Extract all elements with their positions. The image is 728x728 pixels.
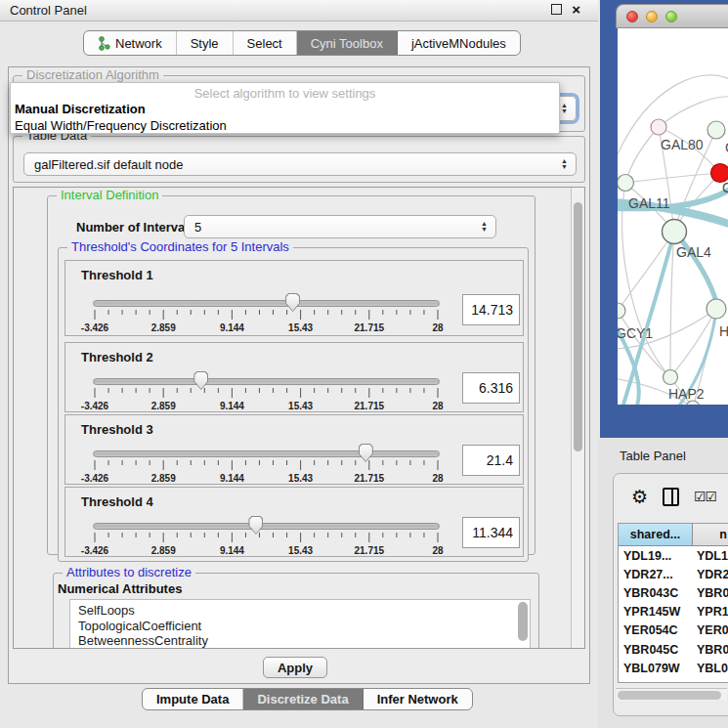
tab-impute-data[interactable]: Impute Data bbox=[143, 689, 243, 709]
threshold-2-slider-track[interactable] bbox=[93, 378, 440, 385]
thresholds-group: Threshold's Coordinates for 5 Intervals … bbox=[58, 247, 529, 562]
tab-discretize-data-label: Discretize Data bbox=[257, 692, 348, 707]
column-header-name[interactable]: n bbox=[693, 524, 728, 546]
select-checkboxes-icon[interactable]: ☑☑ bbox=[694, 490, 716, 503]
threshold-4-label: Threshold 4 bbox=[81, 494, 153, 509]
dropdown-option-manual-discretization[interactable]: Manual Discretization bbox=[11, 101, 559, 117]
threshold-1-label: Threshold 1 bbox=[81, 268, 153, 282]
number-of-intervals-combo[interactable]: 5 ▲▼ bbox=[184, 215, 496, 238]
dropdown-option-equal-width[interactable]: Equal Width/Frequency Discretization bbox=[11, 117, 559, 134]
threshold-3-value[interactable]: 21.4 bbox=[462, 445, 520, 476]
table-row[interactable]: YDL19...YDL1 bbox=[619, 546, 728, 565]
table-row[interactable]: YPR145WYPR1 bbox=[619, 603, 728, 621]
apply-button[interactable]: Apply bbox=[263, 657, 327, 678]
slider-tick-label: 9.144 bbox=[220, 322, 244, 333]
slider-tick-label: -3.426 bbox=[81, 545, 109, 556]
table-cell-name[interactable]: YLR3 bbox=[693, 677, 728, 683]
column-header-shared-name[interactable]: shared... bbox=[619, 524, 693, 546]
tab-network[interactable]: Network bbox=[84, 31, 177, 55]
number-of-intervals-label: Number of Intervals bbox=[76, 220, 195, 235]
threshold-1-value[interactable]: 14.713 bbox=[462, 294, 520, 325]
tab-discretize-data[interactable]: Discretize Data bbox=[243, 689, 363, 709]
numerical-attributes-list[interactable]: SelfLoopsTopologicalCoefficientBetweenne… bbox=[69, 599, 531, 649]
close-panel-icon[interactable]: × bbox=[572, 4, 580, 15]
threshold-2-label: Threshold 2 bbox=[81, 350, 153, 364]
split-columns-icon[interactable] bbox=[663, 488, 679, 506]
table-toolbar: ⚙ ☑☑ bbox=[614, 474, 728, 519]
table-cell-shared-name[interactable]: YER054C bbox=[619, 621, 693, 640]
attribute-list-item[interactable]: BetweennessCentrality bbox=[78, 633, 530, 649]
threshold-4-slider-thumb[interactable] bbox=[248, 516, 263, 535]
tab-cyni-toolbox[interactable]: Cyni Toolbox bbox=[297, 31, 398, 55]
bottom-tabs: Impute Data Discretize Data Infer Networ… bbox=[142, 688, 473, 710]
slider-tick-label: 21.715 bbox=[355, 401, 385, 411]
network-view-canvas[interactable]: GAL80 G C GAL11 GAL4 GCY1 H HAP2 bbox=[618, 28, 728, 405]
minimize-window-icon[interactable] bbox=[646, 11, 658, 22]
table-data-group: Table Data galFiltered.sif default node … bbox=[13, 136, 585, 183]
table-cell-name[interactable]: YDR2 bbox=[693, 565, 728, 583]
attribute-list-item[interactable]: SelfLoops bbox=[78, 603, 530, 619]
table-data-combo[interactable]: galFiltered.sif default node ▲▼ bbox=[23, 152, 577, 176]
threshold-3-slider-thumb[interactable] bbox=[359, 444, 373, 462]
table-cell-name[interactable]: YPR1 bbox=[693, 603, 728, 621]
threshold-2-value[interactable]: 6.316 bbox=[462, 372, 520, 404]
threshold-3-slider-track[interactable] bbox=[93, 450, 440, 457]
control-panel-title: Control Panel bbox=[10, 3, 87, 18]
table-row[interactable]: YBR045CYBR0 bbox=[619, 640, 728, 659]
slider-tick-label: 2.859 bbox=[151, 322, 176, 333]
tab-jactivemnodules[interactable]: jActiveMNodules bbox=[398, 31, 520, 55]
tab-infer-network-label: Infer Network bbox=[377, 692, 458, 707]
node-gal11[interactable] bbox=[618, 175, 634, 192]
panel-scrollbar[interactable] bbox=[571, 188, 584, 648]
slider-tick-label: -3.426 bbox=[81, 473, 109, 484]
node-table: shared... n YDL19...YDL1YDR27...YDR2YBR0… bbox=[618, 523, 728, 683]
tab-style[interactable]: Style bbox=[177, 31, 234, 55]
table-cell-shared-name[interactable]: YLR345W bbox=[619, 677, 693, 683]
table-cell-name[interactable]: YBR0 bbox=[693, 583, 728, 602]
tab-infer-network[interactable]: Infer Network bbox=[364, 689, 472, 709]
gear-icon[interactable]: ⚙ bbox=[631, 488, 648, 506]
table-cell-name[interactable]: YBR0 bbox=[693, 640, 728, 659]
table-cell-name[interactable]: YER0 bbox=[693, 621, 728, 640]
table-row[interactable]: YBR043CYBR0 bbox=[619, 583, 728, 602]
zoom-window-icon[interactable] bbox=[665, 11, 677, 22]
threshold-1-slider-thumb[interactable] bbox=[285, 293, 300, 312]
network-window-titlebar[interactable] bbox=[616, 4, 728, 28]
network-graph: GAL80 G C GAL11 GAL4 GCY1 H HAP2 bbox=[618, 28, 728, 405]
attribute-list-item[interactable]: TopologicalCoefficient bbox=[78, 619, 530, 634]
node-gcy1[interactable] bbox=[618, 303, 625, 319]
node-right-mid[interactable] bbox=[707, 299, 726, 319]
table-cell-shared-name[interactable]: YBL079W bbox=[619, 659, 693, 677]
threshold-1-slider-track[interactable] bbox=[93, 300, 440, 307]
slider-tick-label: 21.715 bbox=[355, 473, 385, 484]
table-row[interactable]: YBL079WYBL0 bbox=[619, 659, 728, 677]
table-cell-name[interactable]: YDL1 bbox=[693, 546, 728, 565]
table-cell-name[interactable]: YBL0 bbox=[693, 659, 728, 677]
close-window-icon[interactable] bbox=[626, 11, 638, 22]
float-panel-icon[interactable] bbox=[551, 4, 562, 15]
node-hap2[interactable] bbox=[664, 370, 678, 385]
slider-tick-label: 2.859 bbox=[151, 401, 176, 411]
node-gal80[interactable] bbox=[651, 119, 666, 135]
table-row[interactable]: YDR27...YDR2 bbox=[619, 565, 728, 583]
table-cell-shared-name[interactable]: YDR27... bbox=[619, 565, 693, 583]
node-top-right[interactable] bbox=[707, 121, 725, 139]
list-scrollbar[interactable] bbox=[518, 602, 528, 641]
table-row[interactable]: YER054CYER0 bbox=[619, 621, 728, 640]
threshold-4-value[interactable]: 11.344 bbox=[462, 517, 520, 548]
table-panel-card: ⚙ ☑☑ shared... n YDL19...YDL1YDR27...YDR… bbox=[613, 473, 728, 716]
node-gal4[interactable] bbox=[663, 220, 687, 244]
table-cell-shared-name[interactable]: YBR045C bbox=[619, 640, 693, 659]
threshold-panel-3: Threshold 3 -3.4262.8599.14415.4321.7152… bbox=[64, 414, 524, 485]
table-row[interactable]: YLR345WYLR3 bbox=[619, 677, 728, 683]
slider-tick-label: 2.859 bbox=[151, 473, 176, 484]
tab-select[interactable]: Select bbox=[234, 31, 297, 55]
combo-spinner-icon: ▲▼ bbox=[561, 97, 568, 120]
table-cell-shared-name[interactable]: YPR145W bbox=[619, 603, 693, 621]
threshold-4-ticks: -3.4262.8599.14415.4321.71528 bbox=[91, 531, 442, 558]
table-cell-shared-name[interactable]: YBR043C bbox=[619, 583, 693, 602]
table-horizontal-scrollbar[interactable] bbox=[616, 688, 727, 701]
table-cell-shared-name[interactable]: YDL19... bbox=[619, 546, 693, 565]
threshold-4-slider-track[interactable] bbox=[93, 523, 440, 530]
threshold-2-slider-thumb[interactable] bbox=[193, 371, 208, 390]
